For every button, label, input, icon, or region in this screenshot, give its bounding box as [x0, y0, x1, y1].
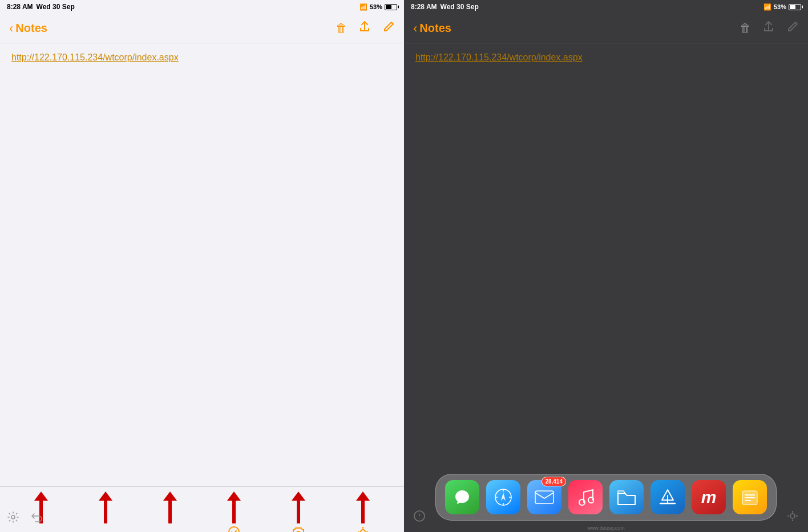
left-settings-icon[interactable] [7, 511, 19, 526]
left-battery-icon [385, 4, 397, 10]
right-delete-icon[interactable]: 🗑 [740, 22, 751, 35]
left-red-arrow-3 [163, 492, 177, 523]
left-red-arrow-4 [227, 492, 241, 523]
left-arrow-shaft-5 [297, 501, 300, 523]
left-arrow-shaft-6 [361, 501, 365, 523]
dock-music-icon[interactable] [568, 480, 603, 514]
dock-myapp-icon[interactable]: m [692, 480, 726, 514]
app-dock: 28,414 [435, 474, 777, 521]
svg-marker-13 [501, 493, 506, 501]
left-time: 8:28 AM [7, 3, 33, 11]
right-note-link[interactable]: http://122.170.115.234/wtcorp/index.aspx [415, 52, 583, 62]
right-nav-actions: 🗑 [740, 21, 799, 36]
right-share-icon[interactable] [762, 21, 775, 36]
right-back-button[interactable]: ‹ Notes [413, 22, 451, 35]
svg-point-7 [11, 515, 15, 519]
right-battery-icon [789, 4, 801, 10]
left-arrow-head-1 [34, 492, 48, 501]
right-status-bar-right: 📶 53% [763, 3, 801, 11]
left-arrow-shaft-3 [168, 501, 172, 523]
svg-rect-14 [535, 491, 554, 503]
right-note-content: http://122.170.115.234/wtcorp/index.aspx [404, 43, 808, 452]
left-undo-icon[interactable] [31, 511, 43, 526]
left-back-chevron-icon: ‹ [9, 22, 13, 35]
left-compose-icon[interactable] [382, 21, 395, 36]
dock-notes-icon[interactable] [733, 480, 767, 514]
mail-badge: 28,414 [542, 477, 566, 486]
dock-files-icon[interactable] [609, 480, 644, 514]
left-arrow-head-3 [163, 492, 177, 501]
left-battery-fill [386, 5, 391, 9]
right-corner-left-icon[interactable] [413, 510, 426, 525]
right-battery-percent: 53% [774, 3, 786, 10]
left-nav-bar: ‹ Notes 🗑 [0, 14, 404, 43]
left-red-arrow-6 [356, 492, 370, 523]
right-time: 8:28 AM [411, 3, 437, 11]
right-status-bar-left: 8:28 AM Wed 30 Sep [411, 3, 479, 11]
left-status-bar-left: 8:28 AM Wed 30 Sep [7, 3, 75, 11]
right-back-chevron-icon: ‹ [413, 22, 417, 35]
svg-point-2 [361, 530, 365, 532]
svg-point-26 [790, 514, 795, 518]
left-back-button[interactable]: ‹ Notes [9, 22, 47, 35]
left-status-bar-right: 📶 53% [359, 3, 397, 11]
left-check-icon[interactable] [228, 526, 240, 532]
left-red-arrow-5 [292, 492, 305, 523]
dock-safari-icon[interactable] [486, 480, 520, 514]
dock-appstore-icon[interactable] [651, 480, 685, 514]
left-location-icon[interactable] [357, 526, 369, 532]
right-wifi-icon: 📶 [763, 3, 771, 11]
left-panel: 8:28 AM Wed 30 Sep 📶 53% ‹ Notes 🗑 [0, 0, 404, 532]
left-bottom-toolbar [0, 486, 404, 532]
right-battery-fill [790, 5, 795, 9]
left-camera-icon[interactable] [292, 526, 305, 532]
left-bottom-left-icons [7, 511, 43, 526]
right-compose-icon[interactable] [786, 21, 799, 36]
svg-point-0 [229, 527, 239, 532]
left-arrow-head-6 [356, 492, 370, 501]
left-arrow-shaft-4 [232, 501, 236, 523]
left-status-bar: 8:28 AM Wed 30 Sep 📶 53% [0, 0, 404, 14]
left-nav-title: Notes [15, 22, 47, 35]
left-note-link[interactable]: http://122.170.115.234/wtcorp/index.aspx [11, 52, 179, 62]
right-date: Wed 30 Sep [441, 3, 479, 11]
right-nav-title: Notes [419, 22, 451, 35]
right-panel: 8:28 AM Wed 30 Sep 📶 53% ‹ Notes 🗑 [404, 0, 808, 532]
right-bottom-area: 28,414 [404, 452, 808, 532]
left-delete-icon[interactable]: 🗑 [336, 22, 347, 35]
dock-messages-icon[interactable] [445, 480, 479, 514]
left-note-content: http://122.170.115.234/wtcorp/index.aspx [0, 43, 404, 486]
left-nav-actions: 🗑 [336, 21, 395, 36]
left-share-icon[interactable] [358, 21, 371, 36]
left-date: Wed 30 Sep [37, 3, 75, 11]
left-arrow-head-4 [227, 492, 241, 501]
left-battery-percent: 53% [370, 3, 382, 10]
left-arrow-shaft-2 [104, 501, 107, 523]
dock-mail-icon[interactable]: 28,414 [527, 480, 561, 514]
right-nav-bar: ‹ Notes 🗑 [404, 14, 808, 43]
right-corner-right-icon[interactable] [786, 510, 799, 525]
left-red-arrow-2 [99, 492, 112, 523]
right-status-bar: 8:28 AM Wed 30 Sep 📶 53% [404, 0, 808, 14]
left-wifi-icon: 📶 [359, 3, 367, 11]
watermark: www.deusq.com [587, 525, 625, 531]
left-arrow-head-5 [292, 492, 305, 501]
left-arrow-head-2 [99, 492, 112, 501]
